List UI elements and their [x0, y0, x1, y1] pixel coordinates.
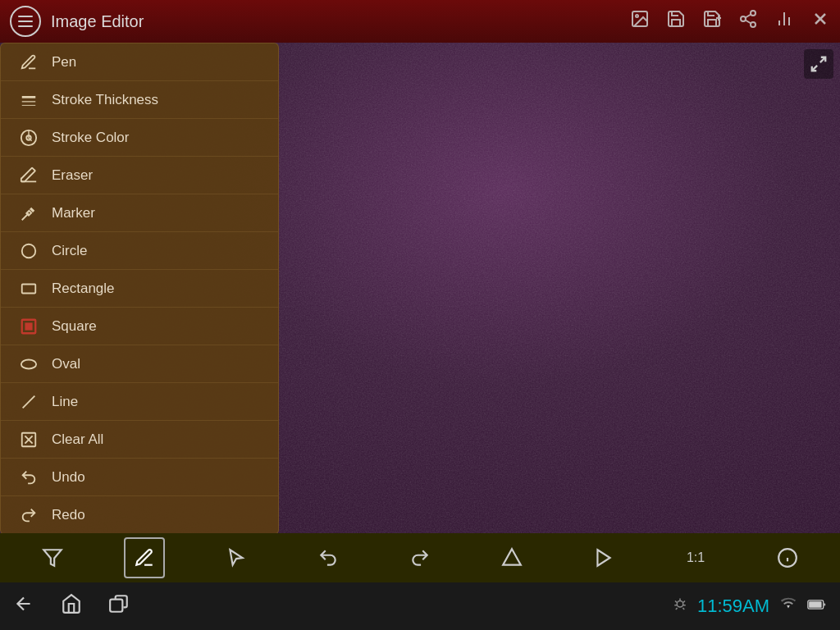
ratio-button[interactable]: 1:1: [675, 537, 716, 578]
menu-item-stroke-thickness[interactable]: Stroke Thickness: [1, 81, 278, 119]
menu-item-circle[interactable]: Circle: [1, 232, 278, 270]
menu-item-clear-all[interactable]: Clear All: [1, 421, 278, 459]
svg-rect-24: [25, 322, 32, 330]
bottom-toolbar: 1:1: [0, 533, 840, 582]
flag-button[interactable]: [491, 537, 532, 578]
pen-label: Pen: [52, 54, 76, 71]
fullscreen-button[interactable]: [804, 49, 833, 79]
svg-point-4: [751, 11, 756, 16]
cursor-button[interactable]: [216, 537, 257, 578]
svg-line-7: [746, 21, 751, 24]
svg-point-6: [751, 22, 756, 27]
toolbar-redo-button[interactable]: [399, 537, 441, 578]
stroke-thickness-label: Stroke Thickness: [52, 92, 158, 108]
battery-icon: [807, 597, 827, 616]
redo-icon: [17, 504, 40, 527]
menu-item-pen[interactable]: Pen: [1, 43, 278, 81]
main-area: Pen Stroke Thickness Strok: [0, 43, 840, 533]
oval-icon: [17, 353, 40, 376]
oval-label: Oval: [52, 356, 80, 372]
rectangle-icon: [17, 277, 40, 300]
menu-item-oval[interactable]: Oval: [1, 345, 278, 383]
menu-item-stroke-color[interactable]: Stroke Color: [1, 119, 278, 157]
toolbar-undo-button[interactable]: [308, 537, 349, 578]
undo-icon: [17, 466, 40, 489]
system-time: 11:59AM: [697, 596, 769, 617]
marker-label: Marker: [52, 205, 95, 221]
menu-item-marker[interactable]: Marker: [1, 194, 278, 232]
pen-icon: [17, 51, 40, 74]
bug-icon: [673, 597, 687, 616]
menu-item-eraser[interactable]: Eraser: [1, 157, 278, 194]
stroke-color-icon: [17, 126, 40, 149]
circle-icon: [17, 240, 40, 262]
undo-label: Undo: [52, 469, 85, 486]
svg-point-1: [636, 15, 638, 17]
svg-rect-39: [809, 601, 821, 608]
svg-rect-22: [22, 284, 36, 293]
menu-item-undo[interactable]: Undo: [1, 459, 278, 496]
line-label: Line: [52, 394, 78, 410]
image-icon[interactable]: [630, 9, 650, 34]
title-bar: Image Editor: [0, 0, 840, 43]
stroke-thickness-icon: [17, 89, 40, 112]
svg-rect-36: [110, 600, 122, 612]
svg-point-25: [21, 359, 36, 368]
recent-apps-button[interactable]: [108, 593, 130, 619]
play-button[interactable]: [583, 537, 624, 578]
app-title: Image Editor: [51, 12, 630, 31]
rectangle-label: Rectangle: [52, 281, 115, 297]
svg-line-26: [23, 395, 35, 408]
circle-label: Circle: [52, 243, 87, 259]
square-label: Square: [52, 318, 97, 335]
svg-marker-32: [597, 550, 609, 566]
redo-label: Redo: [52, 507, 85, 523]
system-bar: 11:59AM: [0, 582, 840, 630]
edit-button[interactable]: [124, 537, 165, 578]
menu-item-redo[interactable]: Redo: [1, 496, 278, 533]
stroke-color-label: Stroke Color: [52, 130, 129, 146]
home-button[interactable]: [61, 593, 82, 619]
clear-all-icon: [17, 428, 40, 451]
svg-marker-30: [43, 550, 62, 566]
system-status: 11:59AM: [673, 596, 827, 617]
stats-icon[interactable]: [774, 9, 794, 34]
save-as-icon[interactable]: [702, 9, 722, 34]
wifi-icon: [779, 597, 797, 616]
info-button[interactable]: [767, 537, 808, 578]
square-icon: [17, 315, 40, 338]
svg-marker-31: [503, 549, 521, 565]
marker-icon: [17, 202, 40, 225]
menu-item-square[interactable]: Square: [1, 308, 278, 345]
svg-point-37: [677, 600, 683, 607]
system-nav: [13, 593, 130, 619]
filter-button[interactable]: [32, 537, 73, 578]
line-icon: [17, 390, 40, 413]
share-icon[interactable]: [738, 9, 758, 34]
svg-point-5: [741, 16, 746, 21]
eraser-icon: [17, 164, 40, 187]
svg-point-21: [22, 244, 36, 258]
dropdown-menu: Pen Stroke Thickness Strok: [0, 43, 279, 533]
eraser-label: Eraser: [52, 167, 93, 184]
menu-item-rectangle[interactable]: Rectangle: [1, 270, 278, 308]
save-icon[interactable]: [666, 9, 686, 34]
menu-button[interactable]: [10, 6, 41, 37]
ratio-label: 1:1: [687, 550, 705, 565]
title-icons: [630, 9, 830, 34]
back-button[interactable]: [13, 593, 34, 619]
close-icon[interactable]: [810, 9, 830, 34]
svg-line-8: [746, 15, 751, 18]
clear-all-label: Clear All: [52, 431, 103, 448]
menu-item-line[interactable]: Line: [1, 383, 278, 421]
